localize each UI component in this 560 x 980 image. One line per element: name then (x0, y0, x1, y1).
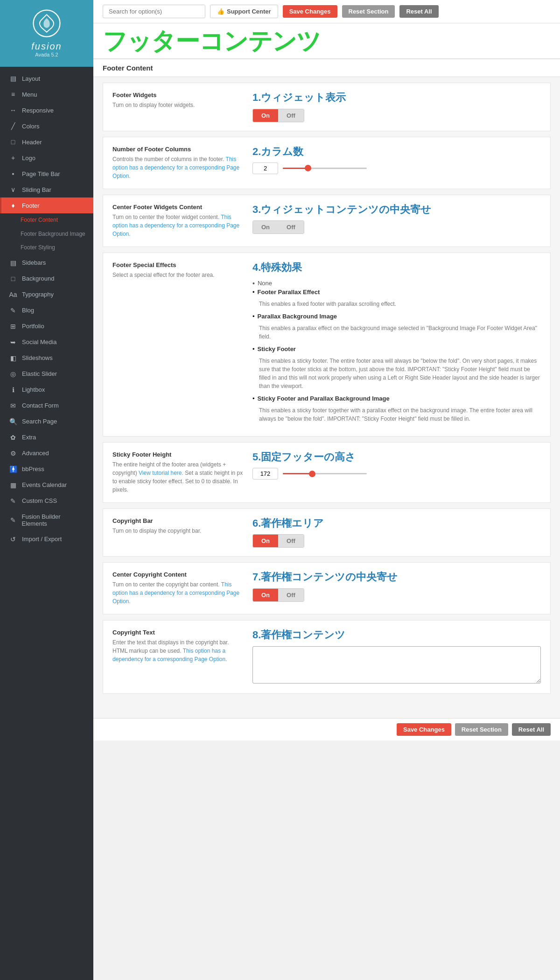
sidebar-label-responsive: Responsive (22, 107, 54, 114)
copyright-text-link[interactable]: This option has a dependency for a corre… (112, 648, 227, 663)
footer-columns-track[interactable] (283, 168, 367, 169)
sidebar-item-header[interactable]: □ Header (0, 134, 93, 150)
footer-widgets-on[interactable]: On (253, 109, 278, 122)
effects-list: None (252, 278, 541, 289)
copyright-bar-desc: Turn on to display the copyright bar. (112, 527, 243, 535)
sidebar-label-header: Header (22, 139, 42, 146)
elastic-slider-icon: ◎ (9, 370, 17, 378)
sidebar-item-elastic-slider[interactable]: ◎ Elastic Slider (0, 366, 93, 382)
sidebar-sub-footer-styling[interactable]: Footer Styling (0, 241, 93, 255)
typography-icon: Aa (9, 291, 17, 298)
sidebar-label-fusion-builder: Fusion Builder Elements (22, 513, 86, 527)
sidebar-label-import-export: Import / Export (22, 536, 62, 543)
sidebar-item-lightbox[interactable]: ℹ Lightbox (0, 382, 93, 398)
sidebar-item-slideshows[interactable]: ◧ Slideshows (0, 350, 93, 366)
search-input[interactable] (103, 5, 205, 18)
sidebar-label-menu: Menu (22, 91, 37, 98)
sidebar-item-advanced[interactable]: ⚙ Advanced (0, 445, 93, 461)
sidebar-label-slideshows: Slideshows (22, 354, 53, 361)
save-changes-button-top[interactable]: Save Changes (283, 5, 337, 18)
center-footer-on[interactable]: On (253, 221, 278, 233)
copyright-bar-off[interactable]: Off (278, 535, 304, 547)
footer-columns-section-title: 2.カラム数 (252, 146, 541, 158)
footer-widgets-section-title: 1.ウィジェット表示 (252, 92, 541, 104)
center-copyright-off[interactable]: Off (278, 589, 304, 601)
center-footer-link[interactable]: This option has a dependency for a corre… (112, 214, 239, 237)
sidebar-item-colors[interactable]: ╱ Colors (0, 118, 93, 134)
sidebar-item-sidebars[interactable]: ▤ Sidebars (0, 255, 93, 271)
sidebar-item-menu[interactable]: ≡ Menu (0, 86, 93, 102)
center-footer-off[interactable]: Off (278, 221, 304, 233)
center-copyright-link[interactable]: This option has a dependency for a corre… (112, 581, 239, 605)
sidebars-icon: ▤ (9, 259, 17, 267)
center-footer-desc: Turn on to center the footer widget cont… (112, 213, 243, 238)
center-copyright-on[interactable]: On (253, 589, 278, 601)
footer-widgets-off[interactable]: Off (278, 109, 304, 122)
effect-parallax-bg: • Parallax Background Image This enables… (252, 313, 541, 341)
sidebar-item-bbpress[interactable]: 🚹 bbPress (0, 461, 93, 477)
copyright-bar-on[interactable]: On (253, 535, 278, 547)
footer-columns-desc: Controls the number of columns in the fo… (112, 155, 243, 180)
sidebar-item-portfolio[interactable]: ⊞ Portfolio (0, 318, 93, 334)
content-area: Footer Widgets Turn on to display footer… (93, 77, 560, 718)
sidebar-item-search-page[interactable]: 🔍 Search Page (0, 414, 93, 430)
sidebar: fusion Avada 5.2 ▤ Layout ≡ Menu ↔ Respo… (0, 0, 93, 980)
sidebar-item-blog[interactable]: ✎ Blog (0, 303, 93, 318)
sticky-footer-height-input[interactable] (252, 468, 278, 479)
slideshows-icon: ◧ (9, 354, 17, 362)
blog-icon: ✎ (9, 307, 17, 314)
effect-sticky-label: Sticky Footer (258, 345, 296, 353)
sidebar-item-custom-css[interactable]: ✎ Custom CSS (0, 493, 93, 509)
sidebar-sub-footer-bg-image[interactable]: Footer Background Image (0, 227, 93, 241)
setting-footer-special-effects: Footer Special Effects Select a special … (103, 253, 551, 437)
sidebar-item-events-calendar[interactable]: ▦ Events Calendar (0, 477, 93, 493)
sidebar-item-social-media[interactable]: ➥ Social Media (0, 334, 93, 350)
sidebar-item-logo[interactable]: + Logo (0, 150, 93, 166)
layout-icon: ▤ (9, 75, 17, 82)
reset-all-button-top[interactable]: Reset All (399, 5, 438, 18)
main-content: 👍 Support Center Save Changes Reset Sect… (93, 0, 560, 980)
sidebar-item-footer[interactable]: ♦ Footer (0, 197, 93, 213)
center-copyright-label: Center Copyright Content (112, 571, 243, 578)
sticky-footer-height-link[interactable]: View tutorial here (139, 470, 182, 476)
support-center-button[interactable]: 👍 Support Center (210, 5, 278, 18)
copyright-text-textarea[interactable] (252, 646, 541, 684)
sidebar-item-layout[interactable]: ▤ Layout (0, 71, 93, 86)
sidebar-sub-footer-content[interactable]: Footer Content (0, 213, 93, 227)
logo-icon: + (9, 154, 17, 162)
sidebar-item-typography[interactable]: Aa Typography (0, 287, 93, 303)
sidebar-item-extra[interactable]: ✿ Extra (0, 430, 93, 445)
save-changes-button-bottom[interactable]: Save Changes (397, 723, 451, 736)
sidebar-item-contact-form[interactable]: ✉ Contact Form (0, 398, 93, 414)
sticky-footer-height-track[interactable] (283, 473, 367, 474)
copyright-bar-section-title: 6.著作権エリア (252, 517, 541, 529)
effect-parallax-bg-label: Parallax Background Image (258, 313, 337, 320)
extra-icon: ✿ (9, 434, 17, 441)
footer-columns-input[interactable] (252, 162, 278, 174)
center-copyright-desc: Turn on to center the copyright bar cont… (112, 580, 243, 606)
reset-section-button-bottom[interactable]: Reset Section (455, 723, 508, 736)
footer-columns-link[interactable]: This option has a dependency for a corre… (112, 156, 239, 179)
sidebar-item-page-title-bar[interactable]: ▪ Page Title Bar (0, 166, 93, 182)
sidebar-label-search-page: Search Page (22, 418, 57, 425)
support-icon: 👍 (217, 8, 224, 15)
sidebar-item-background[interactable]: □ Background (0, 271, 93, 287)
setting-center-footer-widgets: Center Footer Widgets Content Turn on to… (103, 195, 551, 247)
footer-icon: ♦ (9, 202, 17, 209)
copyright-bar-label: Copyright Bar (112, 517, 243, 524)
sidebar-label-lightbox: Lightbox (22, 386, 45, 393)
sidebar-item-fusion-builder[interactable]: ✎ Fusion Builder Elements (0, 509, 93, 531)
sidebar-item-import-export[interactable]: ↺ Import / Export (0, 531, 93, 547)
sidebar-item-sliding-bar[interactable]: ∨ Sliding Bar (0, 182, 93, 197)
reset-section-button-top[interactable]: Reset Section (342, 5, 395, 18)
footer-columns-label: Number of Footer Columns (112, 146, 243, 153)
reset-all-button-bottom[interactable]: Reset All (512, 723, 551, 736)
sidebar-item-responsive[interactable]: ↔ Responsive (0, 102, 93, 118)
setting-copyright-bar: Copyright Bar Turn on to display the cop… (103, 508, 551, 557)
effect-none[interactable]: None (252, 278, 541, 289)
setting-sticky-footer-height: Sticky Footer Height The entire height o… (103, 442, 551, 503)
footer-columns-slider-row (252, 162, 541, 174)
footer-special-effects-section-title: 4.特殊効果 (252, 261, 541, 274)
search-page-icon: 🔍 (9, 418, 17, 425)
center-footer-section-title: 3.ウィジェットコンテンツの中央寄せ (252, 204, 541, 216)
